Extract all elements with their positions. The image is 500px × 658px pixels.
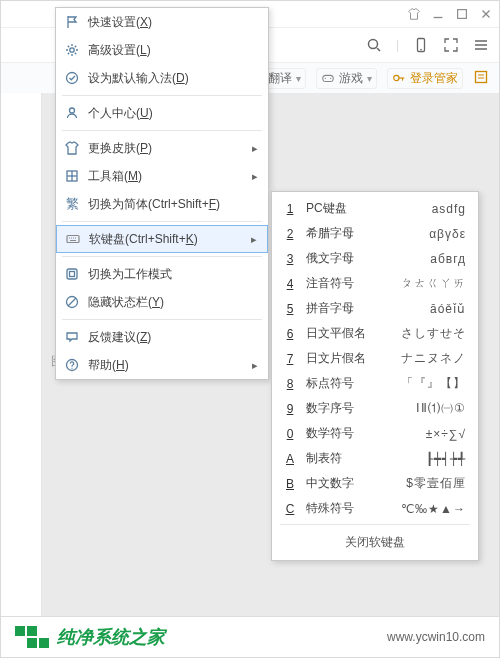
menu-item[interactable]: 更换皮肤(P)▸ [56, 134, 268, 162]
softkbd-hotkey: 0 [284, 427, 296, 441]
phone-icon[interactable] [413, 37, 429, 53]
svg-point-21 [70, 48, 74, 52]
svg-point-14 [394, 75, 399, 80]
key-icon [392, 71, 406, 85]
menu-item-label: 帮助(H) [88, 357, 244, 374]
tshirt-icon[interactable] [407, 7, 421, 21]
menu-item[interactable]: 隐藏状态栏(Y) [56, 288, 268, 316]
submenu-arrow-icon: ▸ [251, 233, 257, 246]
svg-point-22 [67, 73, 78, 84]
menu-separator [62, 95, 262, 96]
menu-item[interactable]: 工具箱(M)▸ [56, 162, 268, 190]
softkbd-option[interactable]: 3俄文字母абвгд [272, 246, 478, 271]
brand-logo-icon [15, 626, 49, 648]
softkbd-name: PC键盘 [306, 200, 366, 217]
brand-url: www.ycwin10.com [387, 630, 485, 644]
menu-item[interactable]: 设为默认输入法(D) [56, 64, 268, 92]
softkbd-option[interactable]: B中文数字$零壹佰厘 [272, 471, 478, 496]
softkbd-name: 日文平假名 [306, 325, 366, 342]
mode-icon [64, 266, 80, 282]
tools-icon [64, 168, 80, 184]
fullscreen-icon[interactable] [443, 37, 459, 53]
softkbd-option[interactable]: C特殊符号℃‰★▲→ [272, 496, 478, 521]
softkbd-option[interactable]: 4注音符号ㄆㄊㄍㄚㄞ [272, 271, 478, 296]
softkbd-name: 数字序号 [306, 400, 366, 417]
softkbd-sample: ┠┿┥┾╃ [376, 452, 466, 466]
softkbd-name: 标点符号 [306, 375, 366, 392]
game-tool[interactable]: 游戏 ▾ [316, 68, 377, 89]
svg-point-23 [70, 108, 75, 113]
gamepad-icon [321, 71, 335, 85]
menu-item[interactable]: 帮助(H)▸ [56, 351, 268, 379]
svg-rect-27 [67, 236, 79, 243]
cjk-icon: 繁 [64, 196, 80, 212]
softkbd-option[interactable]: 2希腊字母αβγδε [272, 221, 478, 246]
menu-item-label: 隐藏状态栏(Y) [88, 294, 258, 311]
softkbd-sample: абвгд [376, 252, 466, 266]
menu-icon[interactable] [473, 37, 489, 53]
softkbd-hotkey: A [284, 452, 296, 466]
softkbd-hotkey: 3 [284, 252, 296, 266]
softkbd-name: 数学符号 [306, 425, 366, 442]
submenu-arrow-icon: ▸ [252, 170, 258, 183]
softkbd-hotkey: C [284, 502, 296, 516]
softkbd-sample: ㄆㄊㄍㄚㄞ [376, 275, 466, 292]
softkbd-sample: ナニヌネノ [376, 350, 466, 367]
note-icon[interactable] [473, 69, 489, 88]
softkbd-sample: $零壹佰厘 [376, 475, 466, 492]
softkbd-name: 日文片假名 [306, 350, 366, 367]
flag-icon [64, 14, 80, 30]
search-icon[interactable] [366, 37, 382, 53]
menu-item[interactable]: 反馈建议(Z) [56, 323, 268, 351]
svg-rect-34 [70, 272, 75, 277]
toolbar-separator: | [396, 38, 399, 52]
softkbd-option[interactable]: 8标点符号「『』【】 [272, 371, 478, 396]
close-softkbd[interactable]: 关闭软键盘 [272, 528, 478, 556]
submenu-arrow-icon: ▸ [252, 359, 258, 372]
menu-item[interactable]: 快速设置(X) [56, 8, 268, 36]
app-window: | Aあ 翻译 ▾ 游戏 ▾ 登录管家 图库暂 [0, 0, 500, 658]
menu-item-label: 反馈建议(Z) [88, 329, 258, 346]
svg-line-5 [377, 48, 380, 51]
menu-item-label: 更换皮肤(P) [88, 140, 244, 157]
softkbd-name: 俄文字母 [306, 250, 366, 267]
softkbd-option[interactable]: A制表符┠┿┥┾╃ [272, 446, 478, 471]
keyboard-icon [65, 231, 81, 247]
softkbd-sample: αβγδε [376, 227, 466, 241]
close-icon[interactable] [479, 7, 493, 21]
submenu-arrow-icon: ▸ [252, 142, 258, 155]
login-manager-tool[interactable]: 登录管家 [387, 68, 463, 89]
menu-item[interactable]: 高级设置(L) [56, 36, 268, 64]
svg-point-4 [368, 40, 377, 49]
softkbd-option[interactable]: 7日文片假名ナニヌネノ [272, 346, 478, 371]
context-menu[interactable]: 快速设置(X)高级设置(L)设为默认输入法(D)个人中心(U)更换皮肤(P)▸工… [55, 7, 269, 380]
svg-point-38 [71, 368, 72, 369]
softkbd-option[interactable]: 0数学符号±×÷∑√ [272, 421, 478, 446]
menu-item[interactable]: 繁切换为简体(Ctrl+Shift+F) [56, 190, 268, 218]
feedback-icon [64, 329, 80, 345]
svg-rect-11 [323, 75, 334, 81]
menu-item-label: 高级设置(L) [88, 42, 258, 59]
menu-item[interactable]: 切换为工作模式 [56, 260, 268, 288]
menu-item[interactable]: 软键盘(Ctrl+Shift+K)▸ [56, 225, 268, 253]
menu-item[interactable]: 个人中心(U) [56, 99, 268, 127]
maximize-icon[interactable] [455, 7, 469, 21]
chevron-down-icon: ▾ [296, 73, 301, 84]
menu-separator [62, 256, 262, 257]
menu-item-label: 工具箱(M) [88, 168, 244, 185]
softkbd-sample: さしすせそ [376, 325, 466, 342]
login-label: 登录管家 [410, 70, 458, 87]
minimize-icon[interactable] [431, 7, 445, 21]
softkbd-option[interactable]: 5拼音字母āóěǐǔ [272, 296, 478, 321]
menu-separator [62, 221, 262, 222]
svg-rect-33 [67, 269, 77, 279]
help-icon [64, 357, 80, 373]
softkbd-hotkey: 9 [284, 402, 296, 416]
soft-keyboard-submenu[interactable]: 1PC键盘asdfg2希腊字母αβγδε3俄文字母абвгд4注音符号ㄆㄊㄍㄚㄞ… [271, 191, 479, 561]
softkbd-option[interactable]: 6日文平假名さしすせそ [272, 321, 478, 346]
softkbd-option[interactable]: 9数字序号ⅠⅡ⑴㈠① [272, 396, 478, 421]
softkbd-name: 特殊符号 [306, 500, 366, 517]
softkbd-hotkey: 1 [284, 202, 296, 216]
gear-icon [64, 42, 80, 58]
softkbd-option[interactable]: 1PC键盘asdfg [272, 196, 478, 221]
